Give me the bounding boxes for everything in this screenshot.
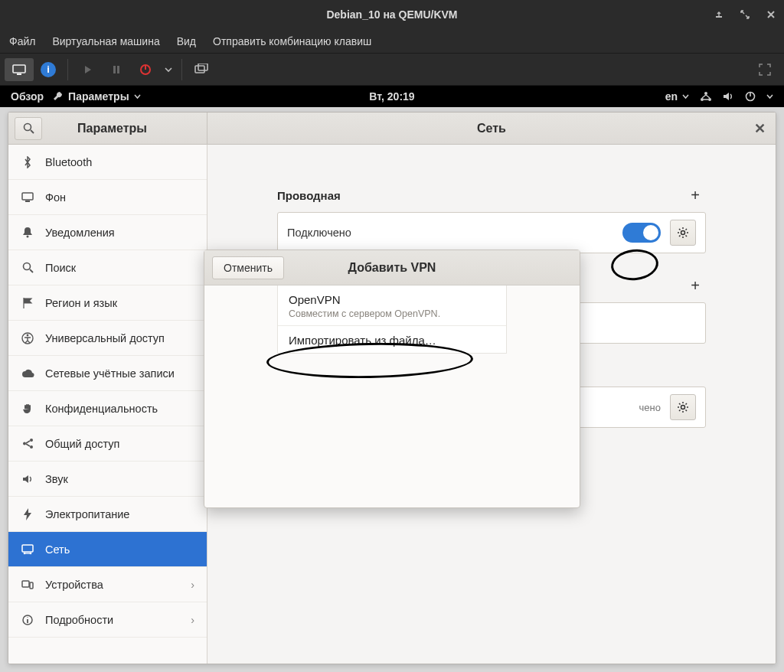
sidebar-item-background[interactable]: Фон xyxy=(8,180,207,215)
wired-status: Подключено xyxy=(287,227,351,239)
sidebar-item-bluetooth[interactable]: Bluetooth xyxy=(8,145,207,180)
settings-sidebar[interactable]: Bluetooth Фон Уведомления Поиск Регион и… xyxy=(8,145,207,664)
shutdown-menu-arrow[interactable] xyxy=(160,58,177,81)
sidebar-item-label: Фон xyxy=(45,191,66,204)
settings-close-button[interactable]: ✕ xyxy=(750,119,769,139)
clock[interactable]: Вт, 20:19 xyxy=(369,90,414,103)
sidebar-item-label: Общий доступ xyxy=(45,438,119,450)
play-button[interactable] xyxy=(73,58,102,81)
info-icon xyxy=(21,613,34,627)
gear-icon xyxy=(677,401,689,413)
menu-vm[interactable]: Виртуальная машина xyxy=(52,35,159,47)
lang-label: en xyxy=(665,90,678,103)
sidebar-item-label: Bluetooth xyxy=(45,156,92,168)
accessibility-icon xyxy=(21,331,34,345)
shutdown-button[interactable] xyxy=(131,58,160,81)
appmenu-label: Параметры xyxy=(68,90,129,103)
svg-rect-0 xyxy=(13,65,25,73)
vpn-option-title: Импортировать из файла… xyxy=(289,334,495,347)
vm-titlebar: Debian_10 на QEMU/KVM xyxy=(0,0,784,29)
pause-button[interactable] xyxy=(102,58,131,81)
sidebar-item-notifications[interactable]: Уведомления xyxy=(8,215,207,250)
sidebar-item-label: Сеть xyxy=(45,543,70,556)
search-icon xyxy=(23,122,34,134)
svg-point-15 xyxy=(23,263,30,270)
display-icon xyxy=(21,191,34,204)
settings-search-button[interactable] xyxy=(15,117,42,140)
svg-rect-21 xyxy=(22,545,33,552)
settings-main-header: Сеть ✕ xyxy=(207,113,776,144)
vpn-option-import-file[interactable]: Импортировать из файла… xyxy=(278,326,506,353)
wired-add-button[interactable]: + xyxy=(684,184,706,206)
input-lang[interactable]: en xyxy=(665,90,689,103)
toolbar-separator xyxy=(67,59,68,80)
sidebar-item-label: Поиск xyxy=(45,262,76,274)
vm-toolbar: i xyxy=(0,54,784,86)
sidebar-item-power[interactable]: Электропитание xyxy=(8,497,207,532)
wrench-icon xyxy=(53,91,64,102)
appmenu-button[interactable]: Параметры xyxy=(53,90,141,103)
maximize-icon[interactable] xyxy=(737,6,753,23)
sidebar-item-region[interactable]: Регион и язык xyxy=(8,285,207,321)
snapshot-button[interactable] xyxy=(187,58,216,81)
gear-icon xyxy=(677,227,689,239)
proxy-settings-button[interactable] xyxy=(670,394,696,420)
minimize-icon[interactable] xyxy=(710,6,727,23)
svg-point-14 xyxy=(27,236,29,238)
sidebar-item-details[interactable]: Подробности › xyxy=(8,602,207,638)
add-vpn-dialog: Отменить Добавить VPN OpenVPN Совместим … xyxy=(204,250,580,508)
sidebar-item-label: Электропитание xyxy=(45,508,129,520)
menu-sendkeys[interactable]: Отправить комбинацию клавиш xyxy=(213,35,371,47)
wired-section-title: Проводная xyxy=(277,189,341,202)
wired-connection-card: Подключено xyxy=(277,212,706,253)
sidebar-item-sharing[interactable]: Общий доступ xyxy=(8,426,207,462)
menu-file[interactable]: Файл xyxy=(9,35,35,47)
system-menu-arrow[interactable] xyxy=(766,93,773,100)
console-view-button[interactable] xyxy=(5,58,34,81)
fullscreen-button[interactable] xyxy=(750,58,779,81)
svg-point-18 xyxy=(30,439,33,442)
settings-sidebar-header: Параметры xyxy=(8,113,207,144)
power-icon[interactable] xyxy=(745,91,756,102)
vpn-option-subtitle: Совместим с сервером OpenVPN. xyxy=(289,308,495,319)
hand-icon xyxy=(21,402,34,416)
window-controls xyxy=(710,0,779,29)
sidebar-item-label: Конфиденциальность xyxy=(45,403,158,415)
volume-icon[interactable] xyxy=(723,91,734,102)
devices-icon xyxy=(21,578,34,592)
sidebar-item-devices[interactable]: Устройства › xyxy=(8,567,207,602)
info-view-button[interactable]: i xyxy=(34,58,63,81)
sidebar-item-online-accounts[interactable]: Сетевые учётные записи xyxy=(8,356,207,391)
sidebar-item-search[interactable]: Поиск xyxy=(8,250,207,285)
sidebar-item-label: Сетевые учётные записи xyxy=(45,367,175,380)
vpn-option-openvpn[interactable]: OpenVPN Совместим с сервером OpenVPN. xyxy=(278,285,506,326)
sidebar-item-label: Универсальный доступ xyxy=(45,332,165,344)
svg-point-19 xyxy=(23,442,26,445)
svg-rect-2 xyxy=(113,66,116,73)
dialog-body: OpenVPN Совместим с сервером OpenVPN. Им… xyxy=(204,285,580,354)
close-icon[interactable] xyxy=(763,6,779,23)
sidebar-item-sound[interactable]: Звук xyxy=(8,462,207,497)
svg-rect-25 xyxy=(30,582,33,589)
cloud-icon xyxy=(21,367,34,380)
sidebar-item-network[interactable]: Сеть xyxy=(8,532,207,567)
svg-point-8 xyxy=(701,98,704,101)
svg-point-17 xyxy=(27,334,29,336)
toolbar-separator-2 xyxy=(181,59,182,80)
activities-button[interactable]: Обзор xyxy=(11,90,44,103)
sidebar-item-label: Устройства xyxy=(45,579,103,591)
desktop-stage: Параметры Сеть ✕ Bluetooth Фон Уведом xyxy=(0,107,784,672)
vpn-add-button[interactable]: + xyxy=(684,275,706,296)
sidebar-item-privacy[interactable]: Конфиденциальность xyxy=(8,391,207,426)
wired-settings-button[interactable] xyxy=(670,220,696,246)
bell-icon xyxy=(21,226,34,240)
vm-window-title: Debian_10 на QEMU/KVM xyxy=(326,8,457,21)
svg-rect-6 xyxy=(198,64,207,70)
sidebar-item-accessibility[interactable]: Универсальный доступ xyxy=(8,321,207,356)
sidebar-item-label: Регион и язык xyxy=(45,297,117,309)
wired-toggle[interactable] xyxy=(622,223,661,243)
menu-view[interactable]: Вид xyxy=(177,35,196,47)
dialog-cancel-button[interactable]: Отменить xyxy=(212,256,284,279)
network-icon[interactable] xyxy=(700,91,712,102)
settings-panel-title: Сеть xyxy=(477,122,506,135)
